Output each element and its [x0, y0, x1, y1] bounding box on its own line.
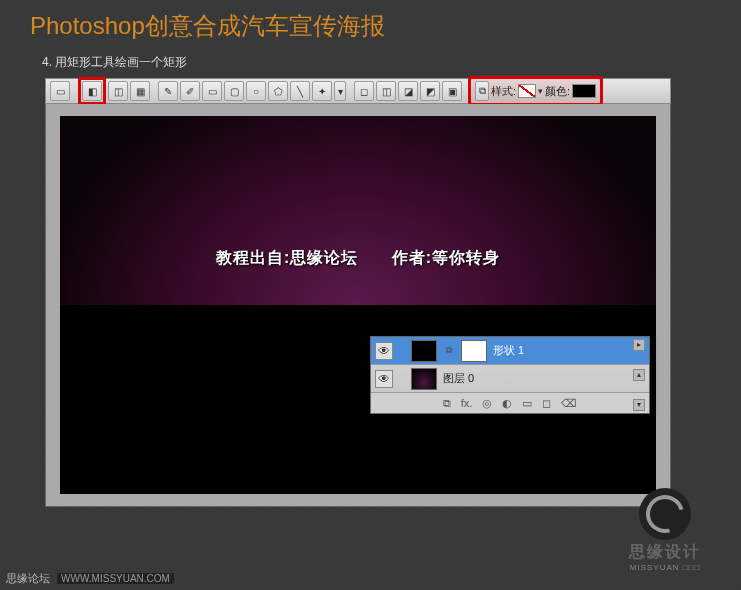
layer-mask-icon[interactable]: ◎ — [482, 397, 492, 410]
layer-row[interactable]: 👁 图层 0 — [371, 365, 649, 393]
ellipse-shape-icon[interactable]: ○ — [246, 81, 266, 101]
panel-scroll-up-icon[interactable]: ▴ — [633, 369, 645, 381]
fill-pixels-mode-icon[interactable]: ▦ — [130, 81, 150, 101]
style-color-highlight: ⧉ 样式: ▾ 颜色: — [468, 76, 603, 106]
footer-label: 思缘论坛 — [6, 572, 50, 584]
watermark-source: 教程出自:思缘论坛 — [216, 249, 358, 266]
combine-add-icon[interactable]: ◫ — [376, 81, 396, 101]
layer-row[interactable]: 👁 ⧉ 形状 1 — [371, 337, 649, 365]
tutorial-watermark: 教程出自:思缘论坛 作者:等你转身 — [60, 248, 656, 269]
color-swatch-black[interactable] — [572, 84, 596, 98]
layer-thumbnail[interactable] — [411, 368, 437, 390]
footer: 思缘论坛 WWW.MISSYUAN.COM — [6, 571, 174, 586]
site-logo: 思缘设计 MISSYUAN □□□ — [629, 488, 701, 572]
style-label: 样式: — [491, 84, 516, 99]
link-layers-icon[interactable]: ⧉ — [443, 397, 451, 410]
rectangle-shape-icon[interactable]: ▭ — [202, 81, 222, 101]
combine-exclude-icon[interactable]: ▣ — [442, 81, 462, 101]
polygon-shape-icon[interactable]: ⬠ — [268, 81, 288, 101]
shape-options-dropdown-icon[interactable]: ▾ — [334, 81, 346, 101]
visibility-eye-icon[interactable]: 👁 — [375, 342, 393, 360]
rounded-rect-icon[interactable]: ▢ — [224, 81, 244, 101]
freeform-pen-icon[interactable]: ✐ — [180, 81, 200, 101]
vector-mask-thumbnail[interactable] — [461, 340, 487, 362]
panel-scroll: ▸ ▴ ▾ — [633, 339, 647, 411]
layers-panel-tools: ⧉ fx. ◎ ◐ ▭ ◻ ⌫ — [371, 393, 649, 413]
combine-intersect-icon[interactable]: ◩ — [420, 81, 440, 101]
visibility-eye-icon[interactable]: 👁 — [375, 370, 393, 388]
document-window: 教程出自:思缘论坛 作者:等你转身 — [45, 104, 671, 507]
link-style-icon[interactable]: ⧉ — [475, 81, 489, 101]
options-toolbar: ▭ ◧ ◫ ▦ ✎ ✐ ▭ ▢ ○ ⬠ ╲ ✦ ▾ ◻ ◫ ◪ ◩ ▣ ⧉ 样式… — [45, 78, 671, 104]
style-swatch-none[interactable] — [518, 84, 536, 98]
pen-tool-icon[interactable]: ✎ — [158, 81, 178, 101]
layers-panel: 👁 ⧉ 形状 1 👁 图层 0 ⧉ fx. ◎ ◐ ▭ ◻ ⌫ ▸ ▴ ▾ — [370, 336, 650, 414]
logo-text-en: MISSYUAN □□□ — [629, 563, 701, 572]
step-instruction: 4. 用矩形工具绘画一个矩形 — [0, 42, 741, 71]
logo-text-cn: 思缘设计 — [629, 542, 701, 563]
layer-group-icon[interactable]: ▭ — [522, 397, 532, 410]
footer-url: WWW.MISSYUAN.COM — [57, 573, 174, 584]
logo-swirl-icon — [639, 488, 691, 540]
layer-thumbnail[interactable] — [411, 340, 437, 362]
layer-name[interactable]: 形状 1 — [493, 343, 645, 358]
mask-link-icon[interactable]: ⧉ — [443, 345, 455, 356]
style-dropdown-icon[interactable]: ▾ — [538, 86, 543, 96]
combine-subtract-icon[interactable]: ◪ — [398, 81, 418, 101]
line-shape-icon[interactable]: ╲ — [290, 81, 310, 101]
page-title: Photoshop创意合成汽车宣传海报 — [0, 0, 741, 42]
custom-shape-icon[interactable]: ✦ — [312, 81, 332, 101]
watermark-author: 作者:等你转身 — [392, 249, 500, 266]
paths-mode-icon[interactable]: ◫ — [108, 81, 128, 101]
shape-layers-icon: ◧ — [82, 81, 102, 101]
adjustment-layer-icon[interactable]: ◐ — [502, 397, 512, 410]
layer-name[interactable]: 图层 0 — [443, 371, 645, 386]
delete-layer-icon[interactable]: ⌫ — [561, 397, 577, 410]
new-layer-icon[interactable]: ◻ — [542, 397, 551, 410]
background-gradient — [60, 116, 656, 305]
canvas[interactable]: 教程出自:思缘论坛 作者:等你转身 — [60, 116, 656, 494]
panel-scroll-down-icon[interactable]: ▾ — [633, 399, 645, 411]
layer-fx-icon[interactable]: fx. — [461, 397, 473, 409]
tool-preset-icon[interactable]: ▭ — [50, 81, 70, 101]
mode-shape-layers-selected[interactable]: ◧ — [78, 77, 106, 105]
photoshop-editor: ▭ ◧ ◫ ▦ ✎ ✐ ▭ ▢ ○ ⬠ ╲ ✦ ▾ ◻ ◫ ◪ ◩ ▣ ⧉ 样式… — [45, 78, 671, 508]
color-label: 颜色: — [545, 84, 570, 99]
combine-new-icon[interactable]: ◻ — [354, 81, 374, 101]
panel-collapse-icon[interactable]: ▸ — [633, 339, 645, 351]
